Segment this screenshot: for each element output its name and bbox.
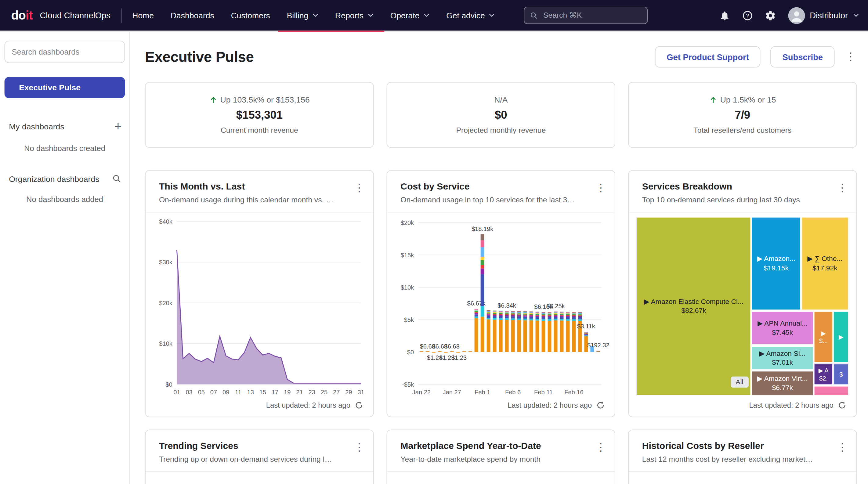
global-search-input[interactable] xyxy=(542,11,641,20)
page-title: Executive Pulse xyxy=(145,48,254,66)
card-kebab-menu[interactable] xyxy=(353,441,365,454)
global-search[interactable] xyxy=(524,7,648,24)
treemap-node[interactable]: ▶ ∑ Othe...$17.92k xyxy=(802,217,848,310)
doit-logo[interactable]: doit xyxy=(11,8,33,23)
search-icon xyxy=(530,11,538,20)
nav-dashboards[interactable]: Dashboards xyxy=(170,11,214,20)
treemap-node[interactable]: ▶ xyxy=(834,311,848,362)
treemap-node[interactable]: ▶ Amazon...$19.15k xyxy=(752,217,801,310)
treemap: ▶ Amazon Elastic Compute Cl...$82.67k▶ A… xyxy=(637,217,849,395)
treemap-node[interactable]: ▶ Amazon Elastic Compute Cl...$82.67k xyxy=(637,217,751,395)
card-services-breakdown: Services Breakdown Top 10 on-demand serv… xyxy=(628,170,857,417)
svg-text:$40k: $40k xyxy=(159,218,173,225)
nav-operate[interactable]: Operate xyxy=(390,11,430,20)
card-kebab-menu[interactable] xyxy=(836,441,848,454)
svg-text:25: 25 xyxy=(321,389,328,395)
svg-text:$3.11k: $3.11k xyxy=(577,323,595,330)
sidebar-search-input[interactable] xyxy=(5,41,125,63)
refresh-button[interactable] xyxy=(838,401,846,409)
svg-text:19: 19 xyxy=(284,389,290,395)
svg-text:-$5k: -$5k xyxy=(402,381,414,388)
product-name: Cloud ChannelOps xyxy=(40,11,111,20)
card-trending-services: Trending Services Trending up or down on… xyxy=(145,429,374,484)
chevron-down-icon xyxy=(368,13,374,18)
primary-nav: Home Dashboards Customers Billing Report… xyxy=(132,11,495,20)
card-historical-costs: Historical Costs by Reseller Last 12 mon… xyxy=(628,429,857,484)
nav-get-advice[interactable]: Get advice xyxy=(446,11,495,20)
account-menu[interactable]: Distributor xyxy=(788,7,859,24)
card-kebab-menu[interactable] xyxy=(594,441,607,454)
last-updated-text: Last updated: 2 hours ago xyxy=(507,401,592,409)
svg-text:21: 21 xyxy=(296,389,303,395)
refresh-icon xyxy=(838,401,846,409)
divider xyxy=(629,471,857,472)
selected-dashboard-label: Executive Pulse xyxy=(19,83,81,92)
svg-text:$6.34k: $6.34k xyxy=(497,302,516,309)
treemap-node[interactable]: ▶ Amazon Virt...$6.77k xyxy=(752,371,813,395)
svg-text:03: 03 xyxy=(186,389,192,395)
svg-text:$0: $0 xyxy=(407,349,414,356)
kpi-label: Total resellers/end customers xyxy=(693,126,792,134)
nav-billing-label: Billing xyxy=(287,11,309,20)
trend-up-icon xyxy=(209,96,217,104)
help-button[interactable]: ? xyxy=(742,10,753,21)
svg-text:$5k: $5k xyxy=(404,317,414,323)
card-title: Marketplace Spend Year-to-Date xyxy=(400,441,589,451)
treemap-node[interactable]: ▶ $... xyxy=(814,311,833,362)
nav-billing[interactable]: Billing xyxy=(287,11,319,20)
card-title: Trending Services xyxy=(159,441,348,451)
refresh-button[interactable] xyxy=(355,401,363,409)
svg-text:Feb 11: Feb 11 xyxy=(534,389,553,395)
chevron-down-icon xyxy=(489,13,495,18)
this-month-vs-last-chart: $0$10k$20k$30k$40k0103050709111315171921… xyxy=(151,214,368,397)
svg-text:Jan 27: Jan 27 xyxy=(443,389,461,395)
services-breakdown-chart: ▶ Amazon Elastic Compute Cl...$82.67k▶ A… xyxy=(634,214,850,397)
nav-reports[interactable]: Reports xyxy=(335,11,374,20)
nav-customers[interactable]: Customers xyxy=(231,11,270,20)
notifications-button[interactable] xyxy=(719,10,730,21)
treemap-node[interactable]: ▶ Amazon Si...$7.01k xyxy=(752,346,813,370)
divider xyxy=(146,212,373,213)
historical-costs-chart xyxy=(634,473,850,484)
trending-services-chart xyxy=(151,473,368,484)
nav-reports-label: Reports xyxy=(335,11,364,20)
card-subtitle: On-demand usage during this calendar mon… xyxy=(159,196,348,204)
svg-text:05: 05 xyxy=(198,389,205,395)
card-kebab-menu[interactable] xyxy=(353,181,365,195)
svg-text:$18.19k: $18.19k xyxy=(471,226,494,232)
treemap-all-button[interactable]: All xyxy=(731,377,748,388)
card-kebab-menu[interactable] xyxy=(594,181,607,195)
card-title: Services Breakdown xyxy=(642,181,831,192)
org-dashboards-label: Organization dashboards xyxy=(9,174,99,183)
charts-row-bottom: Trending Services Trending up or down on… xyxy=(145,429,857,484)
get-product-support-button[interactable]: Get Product Support xyxy=(655,46,761,67)
treemap-node[interactable] xyxy=(814,386,848,395)
gear-icon xyxy=(765,10,776,21)
my-dashboards-empty-text: No dashboards created xyxy=(5,144,125,153)
last-updated-text: Last updated: 2 hours ago xyxy=(749,401,834,409)
treemap-node[interactable]: ▶ APN Annual...$7.45k xyxy=(752,311,813,345)
sidebar-item-executive-pulse[interactable]: Executive Pulse xyxy=(5,77,125,98)
card-subtitle: Year-to-date marketplace spend by month xyxy=(400,455,589,463)
org-dashboards-search-button[interactable] xyxy=(112,174,121,184)
divider xyxy=(629,212,857,213)
card-subtitle: Last 12 months cost by reseller excludin… xyxy=(642,455,831,463)
subscribe-button[interactable]: Subscribe xyxy=(771,46,834,67)
nav-home[interactable]: Home xyxy=(132,11,154,20)
settings-button[interactable] xyxy=(765,10,776,21)
kpi-label: Current month revenue xyxy=(221,126,298,134)
kpi-value: $0 xyxy=(495,109,507,122)
card-kebab-menu[interactable] xyxy=(836,181,848,195)
refresh-button[interactable] xyxy=(596,401,604,409)
svg-text:$15k: $15k xyxy=(401,252,414,258)
treemap-node[interactable]: ▶ A$2. xyxy=(814,363,833,385)
page-kebab-menu[interactable] xyxy=(844,50,857,64)
add-dashboard-button[interactable] xyxy=(115,121,122,133)
treemap-node[interactable]: $ xyxy=(834,363,848,385)
cost-by-service-chart: -$5k$0$5k$10k$15k$20kJan 22Jan 27Feb 1Fe… xyxy=(393,214,609,397)
refresh-icon xyxy=(596,401,604,409)
card-cost-by-service: Cost by Service On-demand usage in top 1… xyxy=(387,170,615,417)
kpi-current-month-revenue: Up 103.5k% or $153,156 $153,301 Current … xyxy=(145,82,374,148)
top-navbar: doit Cloud ChannelOps Home Dashboards Cu… xyxy=(0,0,868,31)
svg-text:$192.32: $192.32 xyxy=(587,342,609,349)
